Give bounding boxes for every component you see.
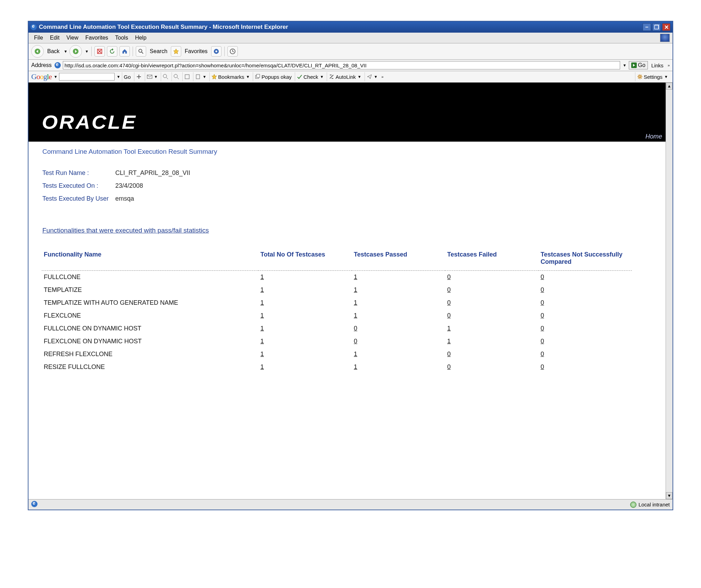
forward-dropdown-icon[interactable]: ▼ bbox=[84, 49, 89, 53]
menu-view[interactable]: View bbox=[64, 34, 81, 42]
titlebar: Command Line Automation Tool Execution R… bbox=[28, 22, 673, 33]
cell-notcompared[interactable]: 0 bbox=[539, 284, 632, 296]
search-button[interactable] bbox=[136, 46, 146, 57]
google-bookmarks-button[interactable]: Bookmarks▼ bbox=[209, 72, 251, 81]
back-arrow-icon bbox=[34, 48, 41, 54]
maximize-button[interactable]: ❐ bbox=[652, 23, 661, 31]
cell-total[interactable]: 1 bbox=[258, 361, 352, 373]
menu-edit[interactable]: Edit bbox=[47, 34, 62, 42]
cell-notcompared[interactable]: 0 bbox=[539, 348, 632, 361]
cell-failed[interactable]: 0 bbox=[445, 271, 539, 284]
cell-notcompared[interactable]: 0 bbox=[539, 335, 632, 348]
cell-total[interactable]: 1 bbox=[258, 284, 352, 296]
google-search-input[interactable] bbox=[59, 73, 115, 81]
cell-notcompared[interactable]: 0 bbox=[539, 361, 632, 373]
google-misc-5[interactable]: ▼ bbox=[193, 72, 208, 81]
cell-name: TEMPLATIZE bbox=[42, 284, 258, 296]
google-logo: Google bbox=[31, 72, 52, 81]
cell-passed[interactable]: 1 bbox=[352, 271, 445, 284]
cell-notcompared[interactable]: 0 bbox=[539, 271, 632, 284]
cell-name: RESIZE FULLCLONE bbox=[42, 361, 258, 373]
table-row: TEMPLATIZE WITH AUTO GENERATED NAME1100 bbox=[42, 296, 632, 309]
cell-passed[interactable]: 0 bbox=[352, 335, 445, 348]
cell-passed[interactable]: 0 bbox=[352, 322, 445, 335]
cell-passed[interactable]: 1 bbox=[352, 309, 445, 322]
history-button[interactable] bbox=[227, 46, 238, 57]
cell-passed[interactable]: 1 bbox=[352, 361, 445, 373]
google-settings-button[interactable]: Settings▼ bbox=[635, 72, 670, 81]
cell-total[interactable]: 1 bbox=[258, 348, 352, 361]
cell-passed[interactable]: 1 bbox=[352, 296, 445, 309]
zone-label: Local intranet bbox=[639, 502, 670, 507]
google-misc-2[interactable] bbox=[161, 72, 170, 81]
media-button[interactable] bbox=[211, 46, 222, 57]
cell-total[interactable]: 1 bbox=[258, 296, 352, 309]
scroll-down-icon[interactable]: ▼ bbox=[666, 492, 673, 499]
google-popups-button[interactable]: Popups okay bbox=[253, 72, 293, 81]
google-misc-1[interactable] bbox=[134, 72, 143, 81]
oracle-header: ORACLE Home bbox=[28, 83, 666, 142]
back-dropdown-icon[interactable]: ▼ bbox=[63, 49, 68, 53]
cell-failed[interactable]: 0 bbox=[445, 348, 539, 361]
cell-failed[interactable]: 0 bbox=[445, 284, 539, 296]
menu-favorites[interactable]: Favorites bbox=[83, 34, 111, 42]
google-send-button[interactable]: ▼ bbox=[365, 72, 379, 81]
cell-passed[interactable]: 1 bbox=[352, 348, 445, 361]
table-row: FULLCLONE1100 bbox=[42, 271, 632, 284]
cell-failed[interactable]: 0 bbox=[445, 361, 539, 373]
cell-total[interactable]: 1 bbox=[258, 335, 352, 348]
google-go-button[interactable]: Go bbox=[122, 72, 133, 81]
svg-line-4 bbox=[142, 52, 143, 54]
links-chevron-icon[interactable]: » bbox=[667, 63, 670, 67]
address-input[interactable] bbox=[63, 61, 620, 69]
cell-failed[interactable]: 1 bbox=[445, 335, 539, 348]
google-search-dropdown-icon[interactable]: ▼ bbox=[116, 75, 120, 79]
google-misc-4[interactable] bbox=[182, 72, 192, 81]
cell-notcompared[interactable]: 0 bbox=[539, 296, 632, 309]
browser-window: Command Line Automation Tool Execution R… bbox=[28, 21, 673, 510]
cell-total[interactable]: 1 bbox=[258, 322, 352, 335]
th-passed: Testcases Passed bbox=[352, 248, 445, 271]
back-button[interactable] bbox=[31, 45, 44, 58]
google-overflow-icon[interactable]: » bbox=[381, 75, 384, 79]
address-label: Address bbox=[31, 62, 52, 68]
svg-point-12 bbox=[174, 74, 177, 78]
menu-file[interactable]: File bbox=[31, 34, 46, 42]
google-mail-button[interactable]: ▼ bbox=[145, 72, 160, 81]
close-button[interactable]: ✕ bbox=[662, 23, 670, 31]
statusbar: Local intranet bbox=[28, 499, 673, 510]
home-button[interactable] bbox=[119, 46, 130, 57]
cell-passed[interactable]: 1 bbox=[352, 284, 445, 296]
refresh-button[interactable] bbox=[107, 46, 117, 57]
th-failed: Testcases Failed bbox=[445, 248, 539, 271]
links-button[interactable]: Links bbox=[650, 62, 665, 68]
cell-name: FULLCLONE ON DYNAMIC HOST bbox=[42, 322, 258, 335]
menu-help[interactable]: Help bbox=[132, 34, 149, 42]
google-misc-3[interactable] bbox=[172, 72, 181, 81]
cell-failed[interactable]: 0 bbox=[445, 309, 539, 322]
forward-button[interactable] bbox=[69, 45, 82, 58]
menu-tools[interactable]: Tools bbox=[112, 34, 131, 42]
scroll-up-icon[interactable]: ▲ bbox=[666, 83, 673, 90]
cell-total[interactable]: 1 bbox=[258, 309, 352, 322]
statusbar-page-icon bbox=[31, 501, 37, 507]
google-brand-dropdown-icon[interactable]: ▼ bbox=[53, 75, 58, 79]
minimize-button[interactable]: – bbox=[643, 23, 651, 31]
stop-icon bbox=[97, 48, 103, 54]
home-link[interactable]: Home bbox=[645, 133, 662, 140]
cell-notcompared[interactable]: 0 bbox=[539, 309, 632, 322]
home-icon bbox=[122, 48, 128, 54]
cell-failed[interactable]: 0 bbox=[445, 296, 539, 309]
cell-total[interactable]: 1 bbox=[258, 271, 352, 284]
vertical-scrollbar[interactable]: ▲ ▼ bbox=[666, 83, 673, 499]
history-icon bbox=[230, 48, 236, 54]
cell-failed[interactable]: 1 bbox=[445, 322, 539, 335]
stop-button[interactable] bbox=[94, 46, 105, 57]
go-button[interactable]: Go bbox=[629, 61, 648, 69]
favorites-button[interactable] bbox=[171, 46, 181, 57]
go-arrow-icon bbox=[631, 62, 637, 68]
cell-notcompared[interactable]: 0 bbox=[539, 322, 632, 335]
google-autolink-button[interactable]: AutoLink▼ bbox=[327, 72, 363, 81]
address-dropdown-icon[interactable]: ▼ bbox=[622, 63, 627, 67]
google-check-button[interactable]: Check▼ bbox=[295, 72, 325, 81]
